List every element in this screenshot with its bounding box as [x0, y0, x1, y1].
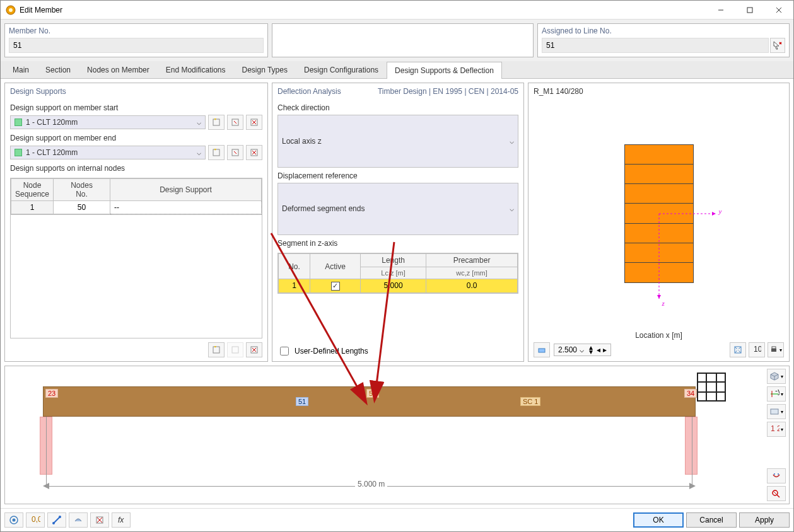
- delete-support-end-button[interactable]: [246, 145, 262, 160]
- new-support-button[interactable]: [208, 115, 225, 130]
- node-right-tag: 34: [684, 389, 697, 398]
- assigned-label: Assigned to Line No.: [542, 26, 785, 35]
- member-no-box: Member No. 51: [4, 23, 268, 57]
- design-supports-panel: Design Supports Design support on member…: [4, 83, 268, 362]
- location-spinner[interactable]: 2.500 ⌵ ▴▾ ◂ ▸: [554, 344, 611, 356]
- view-3d-button[interactable]: ▾: [767, 369, 786, 384]
- support-end-label: Design support on member end: [10, 134, 262, 142]
- svg-line-50: [777, 495, 779, 497]
- cancel-button[interactable]: Cancel: [686, 512, 737, 528]
- help-button[interactable]: [4, 512, 23, 528]
- check-direction-select[interactable]: Local axis z ⌵: [277, 115, 518, 168]
- svg-rect-14: [213, 149, 219, 156]
- edit-support-button[interactable]: [227, 115, 243, 130]
- tab-design-configurations[interactable]: Design Configurations: [296, 61, 387, 78]
- header-spacer: [272, 23, 534, 57]
- active-checkbox[interactable]: [331, 282, 340, 291]
- reset-zoom-button[interactable]: [767, 486, 786, 501]
- axis-y-label: y: [719, 207, 722, 215]
- svg-marker-36: [689, 483, 696, 489]
- delete-support-button[interactable]: [246, 115, 262, 130]
- extras-button[interactable]: [69, 512, 88, 528]
- member-preview-canvas[interactable]: 23 34 50 51 SC 1 5.000 m: [5, 366, 764, 504]
- support-start-label: Design support on member start: [10, 103, 262, 112]
- new-support-end-button[interactable]: [208, 145, 225, 160]
- apply-button[interactable]: Apply: [739, 512, 790, 528]
- svg-point-53: [13, 519, 16, 522]
- svg-marker-27: [712, 212, 716, 216]
- svg-marker-29: [657, 295, 661, 299]
- member-no-label: Member No.: [9, 26, 264, 35]
- internal-delete-button[interactable]: [246, 342, 262, 357]
- segment-z-label: Segment in z-axis: [277, 239, 518, 248]
- axes-button[interactable]: -y▾: [767, 386, 786, 402]
- display-button[interactable]: ▾: [767, 404, 786, 419]
- chevron-down-icon: ⌵: [510, 137, 514, 146]
- function-button[interactable]: fx: [112, 512, 131, 528]
- ok-button[interactable]: OK: [633, 512, 684, 528]
- svg-line-51: [773, 491, 777, 495]
- delete-button[interactable]: [90, 512, 109, 528]
- svg-line-55: [54, 517, 60, 523]
- cross-section-view[interactable]: y z: [534, 96, 784, 331]
- window-title: Edit Member: [20, 6, 706, 14]
- table-row[interactable]: 1 5.000 0.0: [279, 279, 518, 293]
- smile-button[interactable]: [767, 468, 786, 483]
- svg-point-47: [774, 473, 775, 475]
- member-no-input[interactable]: 51: [9, 38, 264, 53]
- member-icon-button[interactable]: [47, 512, 66, 528]
- support-start-select[interactable]: 1 - CLT 120mm ⌵: [10, 115, 206, 129]
- chevron-down-icon: ⌵: [197, 118, 201, 127]
- internal-new-button[interactable]: [208, 342, 225, 357]
- svg-rect-34: [772, 347, 776, 349]
- minimize-button[interactable]: [706, 1, 735, 20]
- svg-text:100: 100: [754, 345, 761, 354]
- edit-support-end-button[interactable]: [227, 145, 243, 160]
- sc-tag: SC 1: [520, 397, 540, 406]
- tab-section[interactable]: Section: [37, 61, 79, 78]
- tab-design-types[interactable]: Design Types: [233, 61, 296, 78]
- check-direction-label: Check direction: [277, 103, 518, 112]
- internal-edit-button[interactable]: [227, 342, 243, 357]
- svg-rect-8: [213, 119, 219, 125]
- tab-end-modifications[interactable]: End Modifications: [158, 61, 234, 78]
- close-button[interactable]: [764, 1, 793, 20]
- support-end-select[interactable]: 1 - CLT 120mm ⌵: [10, 146, 206, 159]
- section-name: R_M1 140/280: [534, 87, 784, 96]
- location-view-button[interactable]: [534, 342, 550, 357]
- segment-table[interactable]: No. Active Length Precamber Lc,z [m] wc,…: [278, 253, 518, 293]
- grid-icon: [697, 373, 726, 403]
- app-icon: [6, 5, 16, 15]
- tab-main[interactable]: Main: [4, 61, 37, 78]
- units-button[interactable]: 0,00: [26, 512, 45, 528]
- svg-point-48: [778, 473, 779, 475]
- deflection-title: Deflection Analysis: [277, 87, 341, 96]
- member-id-tag: 51: [296, 397, 308, 406]
- disp-ref-label: Displacement reference: [277, 171, 518, 180]
- view-extents-button[interactable]: [730, 342, 746, 357]
- tab-nodes-on-member[interactable]: Nodes on Member: [79, 61, 158, 78]
- deflection-norm: Timber Design | EN 1995 | CEN | 2014-05: [378, 87, 518, 100]
- window-controls: [706, 1, 793, 20]
- view-values-button[interactable]: 100: [749, 342, 765, 357]
- numbering-button[interactable]: 1 2 3▾: [767, 422, 786, 437]
- svg-rect-45: [771, 409, 778, 414]
- tab-design-supports-deflection[interactable]: Design Supports & Deflection: [387, 62, 502, 79]
- member-preview-panel: 23 34 50 51 SC 1 5.000 m ▾ -y▾ ▾ 1 2 3▾: [4, 366, 790, 504]
- assigned-input[interactable]: 51: [542, 38, 769, 53]
- node-left-tag: 23: [45, 389, 58, 398]
- print-button[interactable]: ▾: [768, 342, 784, 357]
- svg-rect-22: [232, 347, 238, 353]
- assigned-line-box: Assigned to Line No. 51: [537, 23, 790, 57]
- svg-text:fx: fx: [118, 516, 124, 524]
- table-row[interactable]: 1 50 --: [11, 201, 262, 214]
- tab-strip: Main Section Nodes on Member End Modific…: [1, 61, 793, 79]
- disp-ref-select[interactable]: Deformed segment ends ⌵: [277, 183, 518, 236]
- svg-text:0,00: 0,00: [32, 515, 40, 524]
- svg-point-56: [52, 522, 55, 524]
- user-defined-lengths-checkbox[interactable]: User-Defined Lengths: [277, 345, 368, 357]
- pick-line-button[interactable]: [770, 38, 785, 53]
- internal-supports-table[interactable]: Node Sequence Nodes No. Design Support 1…: [11, 178, 262, 214]
- axis-z-label: z: [662, 299, 665, 307]
- maximize-button[interactable]: [735, 1, 764, 20]
